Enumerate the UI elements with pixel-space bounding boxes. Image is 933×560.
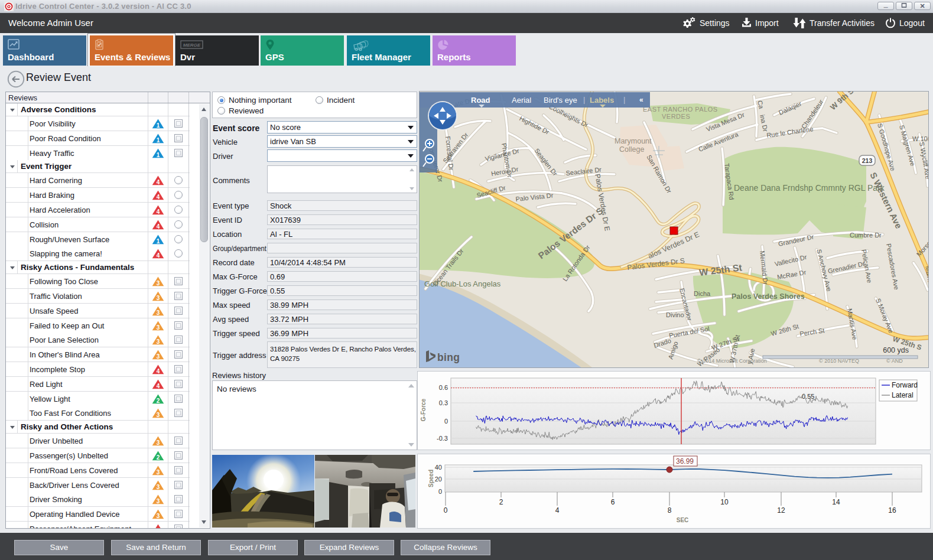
svg-text:2: 2 — [157, 454, 160, 461]
svg-text:3: 3 — [157, 353, 160, 360]
svg-text:20: 20 — [435, 476, 442, 483]
svg-text:16: 16 — [888, 506, 896, 515]
svg-text:4: 4 — [157, 528, 160, 529]
svg-text:0.3: 0.3 — [439, 399, 448, 406]
svg-text:MERGE: MERGE — [183, 43, 201, 48]
svg-text:36.99: 36.99 — [676, 457, 694, 465]
svg-text:Speed: Speed — [428, 470, 434, 487]
svg-text:600 yds: 600 yds — [883, 346, 909, 354]
svg-text:© 2014 Microsoft Corporation: © 2014 Microsoft Corporation — [697, 358, 767, 364]
svg-text:Bird's eye: Bird's eye — [544, 96, 577, 105]
svg-text:10: 10 — [720, 498, 729, 506]
svg-text:0: 0 — [438, 488, 442, 495]
svg-text:1: 1 — [157, 238, 160, 245]
svg-text:213: 213 — [862, 157, 873, 164]
svg-text:3: 3 — [157, 295, 160, 301]
svg-text:G-Force: G-Force — [420, 398, 427, 421]
svg-text:Palos Verdes Shores: Palos Verdes Shores — [732, 292, 805, 301]
svg-text:0: 0 — [444, 418, 448, 425]
svg-text:4: 4 — [555, 506, 560, 515]
svg-text:4: 4 — [157, 383, 160, 389]
svg-text:3: 3 — [157, 412, 160, 418]
svg-text:Deane Dana Frndshp Cmmnty RGL: Deane Dana Frndshp Cmmnty RGL Park — [734, 183, 885, 193]
svg-text:3: 3 — [157, 324, 160, 331]
svg-text:Cumbre Dr: Cumbre Dr — [850, 232, 882, 239]
svg-text:Dicha: Dicha — [694, 290, 711, 297]
svg-text:3: 3 — [157, 280, 160, 286]
svg-text:3: 3 — [157, 484, 160, 490]
svg-text:6: 6 — [611, 498, 615, 506]
svg-text:4: 4 — [157, 252, 160, 259]
svg-text:Lateral: Lateral — [892, 391, 914, 399]
svg-text:3: 3 — [157, 469, 160, 476]
svg-text:© AND: © AND — [886, 358, 903, 364]
svg-text:Golf Club-Los Angelas: Golf Club-Los Angelas — [424, 279, 501, 288]
svg-text:4: 4 — [157, 179, 160, 185]
svg-text:0: 0 — [444, 506, 448, 515]
svg-text:Aerial: Aerial — [512, 96, 531, 105]
svg-text:College: College — [619, 145, 644, 154]
svg-text:bing: bing — [437, 351, 460, 363]
svg-text:3: 3 — [157, 498, 160, 504]
svg-text:Forward: Forward — [892, 381, 918, 389]
svg-text:4: 4 — [157, 209, 160, 215]
svg-text:2: 2 — [157, 398, 160, 404]
svg-text:Divino: Divino — [666, 311, 684, 318]
svg-text:EAST RANCHO PALOS: EAST RANCHO PALOS — [643, 106, 718, 113]
svg-text:12: 12 — [777, 506, 785, 515]
svg-text:3: 3 — [157, 338, 160, 345]
svg-text:«: « — [639, 96, 643, 104]
svg-text:1: 1 — [157, 122, 160, 129]
svg-text:4: 4 — [157, 194, 160, 200]
svg-text:3: 3 — [157, 439, 160, 446]
svg-text:W 10t: W 10t — [912, 135, 929, 142]
svg-text:Road: Road — [471, 96, 490, 105]
svg-text:VERDES: VERDES — [662, 113, 690, 120]
svg-text:8: 8 — [668, 506, 672, 515]
svg-text:2: 2 — [499, 498, 503, 506]
svg-text:3: 3 — [157, 310, 160, 316]
svg-text:40: 40 — [435, 464, 442, 471]
svg-text:4: 4 — [157, 368, 160, 375]
svg-text:Marymount: Marymount — [615, 137, 652, 145]
svg-text:3: 3 — [157, 513, 160, 519]
svg-text:4: 4 — [157, 223, 160, 230]
svg-text:SEC: SEC — [677, 517, 689, 523]
svg-text:14: 14 — [832, 498, 840, 506]
svg-text:© 2010 NAVTEQ: © 2010 NAVTEQ — [819, 358, 859, 364]
svg-text:|: | — [623, 95, 625, 104]
svg-text:1: 1 — [157, 152, 160, 158]
svg-text:0.6: 0.6 — [439, 384, 448, 391]
svg-text:Labels: Labels — [590, 96, 614, 105]
svg-text:-0.3: -0.3 — [437, 435, 448, 442]
svg-text:|: | — [583, 95, 585, 104]
svg-text:1: 1 — [157, 137, 160, 144]
